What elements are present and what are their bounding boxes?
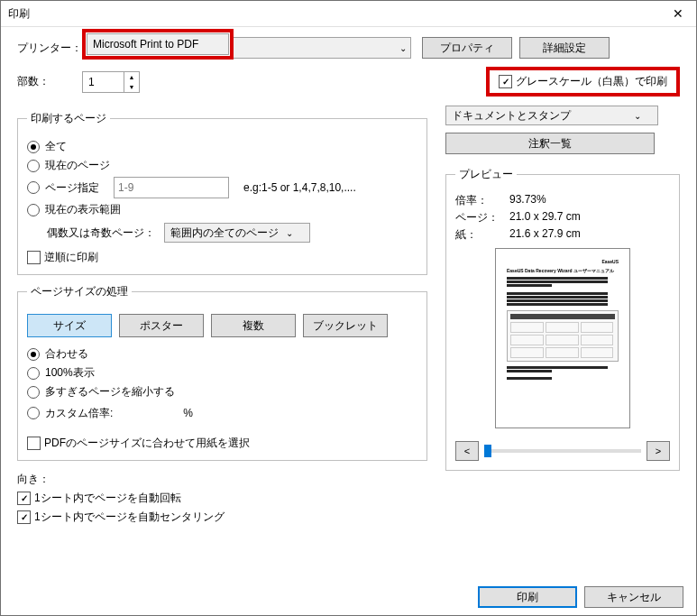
radio-custom-scale[interactable]: カスタム倍率: % bbox=[27, 403, 417, 423]
chevron-down-icon: ⌄ bbox=[286, 228, 293, 238]
grayscale-checkbox[interactable]: グレースケール（白黒）で印刷 bbox=[499, 74, 667, 89]
tab-poster[interactable]: ポスター bbox=[119, 314, 204, 337]
dialog-footer: 印刷 キャンセル bbox=[1, 579, 696, 615]
print-button[interactable]: 印刷 bbox=[478, 586, 577, 608]
page-range-legend: 印刷するページ bbox=[27, 111, 110, 126]
radio-pages[interactable]: ページ指定 e.g:1-5 or 1,4,7,8,10,.... bbox=[27, 177, 417, 198]
close-icon[interactable]: ✕ bbox=[667, 6, 689, 21]
zoom-label: 倍率： bbox=[455, 193, 500, 208]
paper-size-label: 紙： bbox=[455, 227, 500, 243]
orientation-label: 向き： bbox=[17, 472, 427, 487]
zoom-value: 93.73% bbox=[509, 193, 546, 208]
advanced-settings-button[interactable]: 詳細設定 bbox=[519, 37, 610, 59]
page-range-example: e.g:1-5 or 1,4,7,8,10,.... bbox=[243, 181, 356, 194]
page-sizing-legend: ページサイズの処理 bbox=[27, 284, 132, 299]
radio-icon bbox=[27, 367, 40, 380]
page-range-input[interactable] bbox=[114, 177, 229, 198]
radio-current-view[interactable]: 現在の表示範囲 bbox=[27, 202, 417, 217]
choose-paper-by-pdf-checkbox[interactable]: PDFのページサイズに合わせて用紙を選択 bbox=[27, 436, 417, 451]
preview-legend: プレビュー bbox=[455, 167, 517, 182]
radio-icon bbox=[27, 181, 40, 194]
checkbox-icon bbox=[17, 510, 31, 524]
preview-next-button[interactable]: > bbox=[647, 441, 670, 461]
cancel-button[interactable]: キャンセル bbox=[584, 586, 683, 608]
chevron-down-icon: ⌄ bbox=[634, 111, 641, 121]
radio-actual[interactable]: 100%表示 bbox=[27, 365, 417, 381]
slider-thumb[interactable] bbox=[484, 445, 491, 457]
tab-size[interactable]: サイズ bbox=[27, 314, 112, 337]
doc-stamp-select[interactable]: ドキュメントとスタンプ ⌄ bbox=[445, 106, 658, 125]
radio-current[interactable]: 現在のページ bbox=[27, 158, 417, 173]
printer-select[interactable]: Microsoft Print to PDF bbox=[87, 33, 229, 55]
checkbox-icon bbox=[27, 437, 41, 450]
spin-down-icon[interactable]: ▼ bbox=[124, 82, 139, 92]
reverse-order-checkbox[interactable]: 逆順に印刷 bbox=[27, 250, 417, 265]
radio-icon bbox=[27, 160, 40, 172]
tab-multiple[interactable]: 複数 bbox=[211, 314, 296, 337]
radio-icon bbox=[27, 204, 40, 216]
preview-slider[interactable] bbox=[484, 449, 641, 453]
checkbox-icon bbox=[27, 251, 41, 264]
preview-group: プレビュー 倍率：93.73% ページ：21.0 x 29.7 cm 紙：21.… bbox=[445, 167, 680, 471]
page-size-label: ページ： bbox=[455, 210, 500, 225]
print-dialog: 印刷 ✕ プリンター： Microsoft Print to PDF ⌄ プロパ… bbox=[0, 0, 697, 616]
properties-button[interactable]: プロパティ bbox=[422, 37, 512, 59]
page-sizing-group: ページサイズの処理 サイズ ポスター 複数 ブックレット 合わせる 100%表示… bbox=[17, 284, 427, 461]
radio-icon bbox=[27, 141, 40, 153]
percent-label: % bbox=[183, 407, 193, 419]
dialog-title: 印刷 bbox=[8, 6, 667, 22]
radio-icon bbox=[27, 386, 40, 399]
radio-fit[interactable]: 合わせる bbox=[27, 346, 417, 362]
page-size-value: 21.0 x 29.7 cm bbox=[509, 210, 581, 225]
radio-icon bbox=[27, 407, 40, 419]
checkbox-icon bbox=[17, 492, 31, 505]
odd-even-select[interactable]: 範囲内の全てのページ ⌄ bbox=[164, 223, 310, 243]
preview-prev-button[interactable]: < bbox=[455, 441, 479, 461]
radio-shrink[interactable]: 多すぎるページを縮小する bbox=[27, 384, 417, 400]
chevron-down-icon: ⌄ bbox=[399, 43, 407, 53]
odd-even-label: 偶数又は奇数ページ： bbox=[47, 225, 155, 241]
radio-icon bbox=[27, 348, 40, 361]
radio-all[interactable]: 全て bbox=[27, 139, 417, 154]
auto-rotate-checkbox[interactable]: 1シート内でページを自動回転 bbox=[17, 491, 427, 506]
copies-spinner[interactable]: 1 ▲▼ bbox=[82, 71, 140, 93]
tab-booklet[interactable]: ブックレット bbox=[303, 314, 388, 337]
printer-select-extend[interactable]: ⌄ bbox=[234, 37, 411, 59]
checkbox-icon bbox=[499, 75, 512, 88]
spin-up-icon[interactable]: ▲ bbox=[124, 72, 139, 82]
paper-size-value: 21.6 x 27.9 cm bbox=[509, 227, 581, 243]
preview-thumbnail: EaseUS EaseUS Data Recovery Wizard ユーザーマ… bbox=[495, 248, 630, 428]
auto-center-checkbox[interactable]: 1シート内でページを自動センタリング bbox=[17, 510, 427, 525]
titlebar: 印刷 ✕ bbox=[1, 1, 696, 27]
copies-label: 部数： bbox=[17, 74, 82, 89]
comments-list-button[interactable]: 注釈一覧 bbox=[445, 133, 655, 154]
printer-label: プリンター： bbox=[17, 41, 82, 56]
page-range-group: 印刷するページ 全て 現在のページ ページ指定 e.g:1-5 or 1,4,7… bbox=[17, 111, 427, 275]
